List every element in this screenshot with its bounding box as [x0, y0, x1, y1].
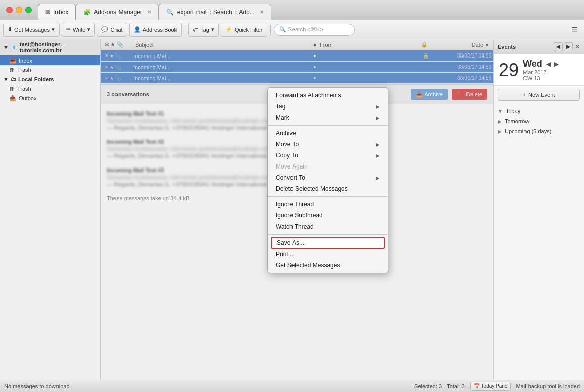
cm-copy-to[interactable]: Copy To ▶ — [268, 150, 388, 161]
new-event-plus-icon: + — [523, 92, 526, 98]
address-book-button[interactable]: 👤 Address Book — [129, 23, 182, 37]
today-pane-button[interactable]: 📅 Today Pane — [470, 382, 511, 391]
tab-export-label: export mail :: Search :: Add... — [177, 9, 255, 16]
cm-mark-arrow: ▶ — [376, 115, 380, 121]
sidebar-inbox-label: Inbox — [19, 58, 32, 64]
cm-sep-2 — [268, 196, 388, 197]
cm-tag-arrow: ▶ — [376, 104, 380, 109]
search-placeholder: Search <⌘K> — [288, 26, 323, 33]
local-folders-arrow: ▼ — [3, 76, 9, 82]
local-folders-icon: 🗂 — [11, 76, 16, 82]
tab-addons[interactable]: 🧩 Add-ons Manager ✕ — [76, 4, 158, 20]
tab-addons-close[interactable]: ✕ — [147, 9, 151, 15]
context-menu: Forward as Attachments Tag ▶ Mark ▶ Arch… — [267, 87, 388, 273]
cm-mark[interactable]: Mark ▶ — [268, 112, 388, 123]
events-nav-prev[interactable]: ◀ — [554, 42, 563, 51]
write-button[interactable]: ✏ Write ▾ — [62, 23, 95, 37]
sidebar-item-outbox[interactable]: 📤 Outbox — [0, 93, 100, 103]
cm-tag[interactable]: Tag ▶ — [268, 101, 388, 112]
events-nav-next[interactable]: ▶ — [564, 42, 573, 51]
tab-export[interactable]: 🔍 export mail :: Search :: Add... ✕ — [159, 4, 271, 20]
cm-copy-to-arrow: ▶ — [376, 153, 380, 158]
tomorrow-arrow-icon: ▶ — [498, 119, 502, 124]
cm-watch-thread[interactable]: Watch Thread — [268, 221, 388, 232]
cal-prev-arrow[interactable]: ◀ — [545, 60, 552, 69]
cal-day-number: 29 — [499, 61, 519, 79]
inbox-folder-icon: 📥 — [9, 57, 16, 64]
cm-ignore-subthread[interactable]: Ignore Subthread — [268, 210, 388, 221]
quick-filter-button[interactable]: ⚡ Quick Filter — [221, 23, 267, 37]
search-box[interactable]: 🔍 Search <⌘K> — [274, 24, 355, 36]
cm-get-selected[interactable]: Get Selected Messages — [268, 260, 388, 271]
address-book-icon: 👤 — [134, 26, 141, 33]
cal-weekday: Wed ◀ ▶ — [523, 59, 559, 69]
tag-icon: 🏷 — [193, 27, 198, 33]
write-label: Write — [73, 27, 85, 33]
email-area: ✉ ★ 📎 Subject ● From 🔒 Date ▼ ✉ ★ 📎 — [101, 39, 493, 380]
toolbar-menu-icon[interactable]: ☰ — [568, 26, 581, 34]
search-icon: 🔍 — [279, 26, 286, 33]
tomorrow-label: Tomorrow — [505, 118, 529, 124]
cm-sep-3 — [268, 234, 388, 235]
addons-tab-icon: 🧩 — [83, 9, 91, 16]
backup-info: Mail backup tool is loaded — [516, 383, 580, 389]
events-close-button[interactable]: ✕ — [575, 43, 580, 50]
cm-convert-to[interactable]: Convert To ▶ — [268, 172, 388, 183]
cm-ignore-thread[interactable]: Ignore Thread — [268, 199, 388, 210]
events-header: Events ◀ ▶ ✕ — [494, 39, 584, 54]
cm-move-to-arrow: ▶ — [376, 142, 380, 147]
tab-inbox[interactable]: ✉ Inbox — [38, 4, 76, 20]
total-count: Total: 3 — [447, 383, 464, 389]
sidebar: ▼ 📧 test@hostinger-tutorials.com.br 📥 In… — [0, 39, 101, 380]
tab-addons-label: Add-ons Manager — [94, 9, 142, 16]
outbox-folder-icon: 📤 — [9, 95, 16, 101]
get-messages-button[interactable]: ⬇ Get Messages ▾ — [3, 23, 60, 37]
tag-arrow: ▾ — [211, 26, 214, 33]
status-right: Selected: 3 Total: 3 📅 Today Pane Mail b… — [414, 382, 580, 391]
cal-day-info: Wed ◀ ▶ Mar 2017 CW 13 — [523, 59, 559, 81]
events-panel: Events ◀ ▶ ✕ 29 Wed ◀ ▶ Mar 2017 CW 13 — [493, 39, 584, 380]
close-button[interactable] — [6, 7, 13, 13]
sidebar-trash-label: Trash — [17, 67, 31, 73]
sidebar-account[interactable]: ▼ 📧 test@hostinger-tutorials.com.br — [0, 39, 100, 55]
sidebar-item-trash[interactable]: 🗑 Trash — [0, 65, 100, 74]
get-messages-arrow: ▾ — [52, 26, 55, 33]
cm-delete-selected[interactable]: Delete Selected Messages — [268, 183, 388, 194]
window-controls — [0, 7, 38, 13]
cal-cw: CW 13 — [523, 75, 559, 81]
events-today-item[interactable]: ▼ Today — [498, 106, 580, 116]
cm-save-as[interactable]: Save As... — [271, 237, 385, 249]
write-arrow: ▾ — [87, 26, 90, 33]
today-arrow-icon: ▼ — [498, 108, 503, 114]
cm-move-again: Move Again — [268, 161, 388, 172]
events-section: ▼ Today ▶ Tomorrow ▶ Upcoming (5 days) — [494, 104, 584, 138]
minimize-button[interactable] — [16, 7, 22, 13]
local-folders-label: Local Folders — [18, 76, 54, 82]
tab-export-close[interactable]: ✕ — [260, 9, 264, 15]
cm-forward-attachments[interactable]: Forward as Attachments — [268, 90, 388, 101]
tag-button[interactable]: 🏷 Tag ▾ — [188, 23, 219, 37]
cm-print[interactable]: Print... — [268, 249, 388, 260]
title-bar: ✉ Inbox 🧩 Add-ons Manager ✕ 🔍 export mai… — [0, 0, 584, 20]
account-arrow: ▼ — [3, 44, 9, 50]
chat-label: Chat — [110, 27, 122, 33]
address-book-label: Address Book — [143, 27, 177, 33]
export-tab-icon: 🔍 — [166, 9, 174, 16]
new-event-button[interactable]: + New Event — [498, 89, 580, 101]
sidebar-local-folders[interactable]: ▼ 🗂 Local Folders — [0, 74, 100, 84]
maximize-button[interactable] — [25, 7, 32, 13]
cm-move-to[interactable]: Move To ▶ — [268, 139, 388, 150]
sidebar-local-trash-label: Trash — [17, 86, 31, 92]
cal-next-arrow[interactable]: ▶ — [553, 60, 559, 69]
local-trash-icon: 🗑 — [9, 86, 15, 92]
account-icon: 📧 — [11, 44, 18, 51]
cm-archive[interactable]: Archive — [268, 128, 388, 139]
toolbar: ⬇ Get Messages ▾ ✏ Write ▾ 💬 Chat 👤 Addr… — [0, 20, 584, 39]
events-upcoming-item[interactable]: ▶ Upcoming (5 days) — [498, 126, 580, 136]
chat-button[interactable]: 💬 Chat — [97, 23, 127, 37]
sidebar-item-inbox[interactable]: 📥 Inbox — [0, 55, 100, 65]
events-tomorrow-item[interactable]: ▶ Tomorrow — [498, 116, 580, 126]
status-bar: No messages to download Selected: 3 Tota… — [0, 380, 584, 392]
selected-count: Selected: 3 — [414, 383, 442, 389]
sidebar-item-local-trash[interactable]: 🗑 Trash — [0, 84, 100, 93]
